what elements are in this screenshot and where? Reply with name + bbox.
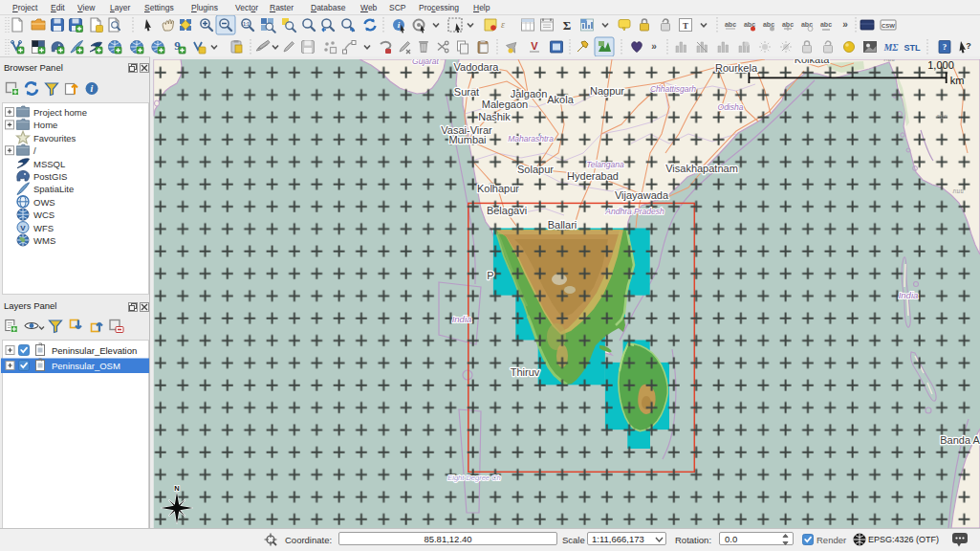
svg-text:/: / [33, 145, 36, 156]
svg-text:Hyderabad: Hyderabad [567, 170, 619, 182]
svg-text:Mumbai: Mumbai [448, 134, 486, 145]
svg-text:Banda A: Banda A [940, 434, 980, 446]
svg-text:Vijayawada: Vijayawada [615, 189, 669, 201]
svg-text:V: V [20, 224, 26, 232]
svg-text:Akola: Akola [547, 94, 574, 105]
svg-text:Solapur: Solapur [517, 164, 554, 175]
svg-text:India: India [452, 314, 472, 324]
svg-text:Kolhapur: Kolhapur [477, 183, 519, 194]
svg-text:STL: STL [904, 43, 922, 53]
svg-text:Rourkela: Rourkela [715, 62, 758, 74]
svg-text:1,000: 1,000 [927, 59, 954, 71]
svg-text:i: i [91, 83, 94, 94]
svg-text:Chhattisgarh: Chhattisgarh [650, 84, 696, 94]
svg-text:Favourites: Favourites [33, 133, 76, 143]
svg-text:Surat: Surat [454, 86, 479, 98]
svg-text:WCS: WCS [33, 209, 54, 220]
svg-text:Ballari: Ballari [548, 219, 577, 231]
svg-text:»: » [651, 41, 657, 52]
svg-text:PostGIS: PostGIS [33, 171, 67, 182]
svg-text:»: » [842, 19, 848, 30]
svg-text:Vadodara: Vadodara [454, 61, 500, 73]
svg-text:T: T [683, 21, 688, 31]
svg-text:CSW: CSW [882, 23, 895, 29]
svg-text:MSSQL: MSSQL [33, 159, 65, 169]
svg-text:Maharashtra: Maharashtra [508, 134, 554, 143]
svg-text:?: ? [943, 42, 947, 52]
svg-text:MΣ: MΣ [882, 42, 899, 53]
svg-text:Peninsular_OSM: Peninsular_OSM [52, 361, 120, 371]
svg-text:Malegaon: Malegaon [482, 99, 528, 110]
svg-text:V: V [531, 40, 538, 52]
svg-text:Nagpur: Nagpur [590, 85, 624, 97]
svg-text:ε: ε [501, 19, 505, 30]
svg-text:Odisha: Odisha [718, 102, 744, 112]
svg-text:WFS: WFS [33, 223, 54, 233]
svg-text:Telangana: Telangana [586, 160, 624, 169]
svg-text:Home: Home [33, 120, 57, 130]
svg-text:OWS: OWS [33, 197, 55, 208]
svg-text:Eight Degree Ch: Eight Degree Ch [447, 474, 500, 482]
svg-text:Nashik: Nashik [478, 111, 511, 122]
svg-text:Visakhapatnam: Visakhapatnam [665, 163, 738, 174]
svg-text:N: N [174, 484, 179, 493]
svg-text:Σ: Σ [563, 18, 572, 33]
svg-text:km: km [950, 75, 965, 86]
svg-text:WMS: WMS [33, 235, 55, 246]
svg-text:Thiruv: Thiruv [511, 366, 540, 378]
svg-text:1:1: 1:1 [243, 22, 250, 27]
svg-text:Project home: Project home [33, 107, 87, 118]
svg-text:India: India [899, 290, 919, 300]
svg-text:Andhra Pradesh: Andhra Pradesh [604, 207, 664, 216]
svg-text:ภมย: ภมย [952, 188, 963, 194]
svg-text:SpatiaLite: SpatiaLite [33, 184, 74, 194]
svg-text:Belagavi: Belagavi [487, 205, 527, 216]
svg-text:Peninsular_Elevation: Peninsular_Elevation [52, 345, 137, 356]
svg-text:?: ? [966, 41, 971, 51]
svg-text:ภมย: ภมย [936, 114, 947, 120]
svg-text:P: P [487, 270, 493, 281]
